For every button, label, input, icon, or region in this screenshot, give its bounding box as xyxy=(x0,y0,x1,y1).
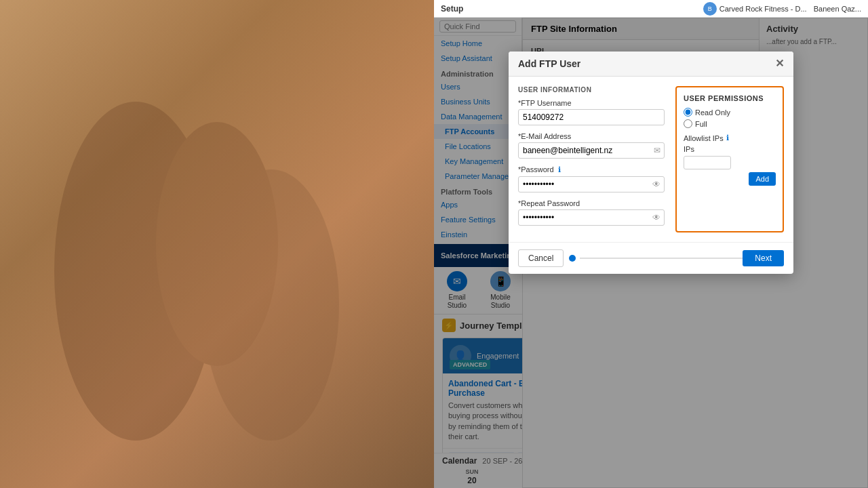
repeat-password-input[interactable] xyxy=(518,209,665,226)
username-label: *FTP Username xyxy=(518,99,665,107)
email-field-group: *E-Mail Address ✉ xyxy=(518,132,665,159)
full-radio-group[interactable]: Full xyxy=(684,119,776,128)
ips-label: IPs xyxy=(684,145,776,153)
add-ip-button[interactable]: Add xyxy=(749,172,776,186)
ip-input[interactable] xyxy=(684,156,731,169)
close-icon[interactable]: ✕ xyxy=(775,58,784,69)
read-only-label: Read Only xyxy=(695,108,730,117)
password-label: *Password ℹ xyxy=(518,165,665,174)
full-radio[interactable] xyxy=(684,119,692,128)
full-label: Full xyxy=(695,120,707,128)
next-button[interactable]: Next xyxy=(743,250,784,266)
email-icon: ✉ xyxy=(654,146,660,155)
email-label: *E-Mail Address xyxy=(518,132,665,140)
allowlist-help-icon: ℹ xyxy=(726,134,729,142)
add-ftp-modal: Add FTP User ✕ USER INFORMATION *FTP Use… xyxy=(509,52,793,274)
modal-overlay: Add FTP User ✕ USER INFORMATION *FTP Use… xyxy=(434,18,868,488)
email-input[interactable] xyxy=(518,142,665,159)
modal-footer: Cancel Next xyxy=(509,242,793,274)
read-only-radio-group[interactable]: Read Only xyxy=(684,108,776,117)
username-input[interactable] xyxy=(518,109,665,125)
user-info-section: USER INFORMATION *FTP Username *E-Mail A… xyxy=(518,86,665,232)
setup-topbar: Setup B Carved Rock Fitness - D... Banee… xyxy=(434,0,868,18)
repeat-password-input-wrapper: 👁 xyxy=(518,209,665,226)
permissions-title: USER PERMISSIONS xyxy=(684,94,776,102)
sf-panel: Setup B Carved Rock Fitness - D... Banee… xyxy=(434,0,868,488)
setup-label: Setup xyxy=(441,4,463,14)
email-input-wrapper: ✉ xyxy=(518,142,665,159)
username-field-group: *FTP Username xyxy=(518,99,665,125)
progress-line xyxy=(580,258,743,259)
progress-indicator xyxy=(569,255,743,262)
password-field-group: *Password ℹ 👁 xyxy=(518,165,665,192)
show-repeat-password-icon[interactable]: 👁 xyxy=(652,213,660,222)
allowlist-row: Allowlist IPs ℹ xyxy=(684,134,776,142)
modal-title: Add FTP User xyxy=(518,58,580,69)
password-input[interactable] xyxy=(518,176,665,192)
user-avatar: B xyxy=(703,2,717,16)
user-name: Baneen Qaz... xyxy=(814,5,861,13)
user-info-title: USER INFORMATION xyxy=(518,86,665,94)
help-icon: ℹ xyxy=(558,165,561,174)
progress-dot-1 xyxy=(569,255,576,262)
modal-body: USER INFORMATION *FTP Username *E-Mail A… xyxy=(509,77,793,242)
read-only-radio[interactable] xyxy=(684,108,692,117)
show-password-icon[interactable]: 👁 xyxy=(652,180,660,189)
user-permissions-section: USER PERMISSIONS Read Only Full Allowlis… xyxy=(675,86,784,232)
background-photo xyxy=(0,0,434,488)
setup-area: Setup Home Setup Assistant Administratio… xyxy=(434,18,868,488)
cancel-button[interactable]: Cancel xyxy=(518,249,564,267)
modal-header: Add FTP User ✕ xyxy=(509,52,793,77)
svg-point-2 xyxy=(156,122,278,366)
user-badge: B Carved Rock Fitness - D... Baneen Qaz.… xyxy=(703,2,861,16)
repeat-password-field-group: *Repeat Password 👁 xyxy=(518,199,665,226)
password-input-wrapper: 👁 xyxy=(518,176,665,192)
company-label: Carved Rock Fitness - D... xyxy=(719,5,807,13)
repeat-password-label: *Repeat Password xyxy=(518,199,665,207)
allowlist-label: Allowlist IPs xyxy=(684,134,724,142)
